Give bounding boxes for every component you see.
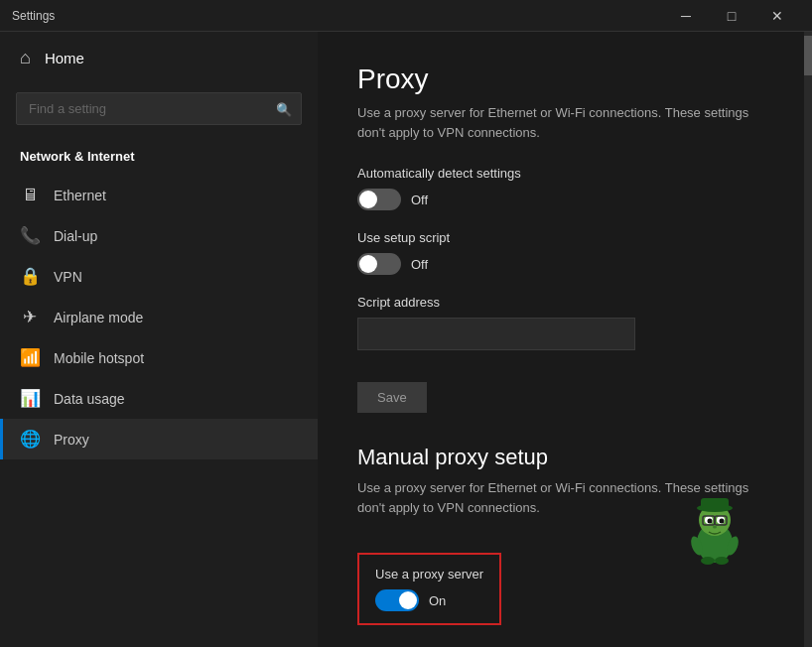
home-icon: ⌂ (20, 48, 31, 68)
sidebar-nav: 🖥 Ethernet 📞 Dial-up 🔒 VPN ✈ Airplane mo… (0, 176, 318, 459)
sidebar-item-dialup[interactable]: 📞 Dial-up (0, 215, 318, 256)
use-proxy-toggle-container: On (375, 589, 483, 611)
sidebar-item-datausage[interactable]: 📊 Data usage (0, 378, 318, 419)
page-title: Proxy (357, 64, 764, 95)
sidebar-item-proxy[interactable]: 🌐 Proxy (0, 419, 318, 459)
script-address-row: Script address (357, 295, 764, 362)
app-body: ⌂ Home 🔍 Network & Internet 🖥 Ethernet 📞… (0, 32, 812, 647)
script-address-input[interactable] (357, 318, 635, 350)
title-bar: Settings ─ □ ✕ (0, 0, 812, 32)
setup-script-toggle[interactable] (357, 253, 401, 275)
minimize-button[interactable]: ─ (663, 0, 709, 32)
setup-script-toggle-knob (359, 255, 377, 273)
mascot-image (685, 498, 744, 568)
ethernet-icon: 🖥 (20, 186, 40, 205)
sidebar-item-airplane[interactable]: ✈ Airplane mode (0, 297, 318, 337)
svg-point-11 (713, 526, 717, 529)
home-label: Home (45, 50, 84, 66)
sidebar-item-ethernet[interactable]: 🖥 Ethernet (0, 176, 318, 215)
sidebar-label-datausage: Data usage (54, 391, 125, 407)
sidebar-item-hotspot[interactable]: 📶 Mobile hotspot (0, 337, 318, 378)
search-icon: 🔍 (276, 101, 292, 116)
app-title: Settings (12, 9, 663, 23)
script-address-label: Script address (357, 295, 764, 310)
use-proxy-toggle-knob (399, 591, 417, 609)
sidebar-label-hotspot: Mobile hotspot (54, 350, 144, 366)
sidebar-label-dialup: Dial-up (54, 228, 97, 244)
maximize-button[interactable]: □ (709, 0, 754, 32)
auto-detect-toggle-container: Off (357, 189, 764, 210)
airplane-icon: ✈ (20, 307, 40, 327)
sidebar-item-vpn[interactable]: 🔒 VPN (0, 256, 318, 297)
auto-detect-row: Automatically detect settings Off (357, 166, 764, 210)
hotspot-icon: 📶 (20, 347, 40, 368)
search-input[interactable] (16, 92, 302, 125)
main-content: Proxy Use a proxy server for Ethernet or… (318, 32, 804, 647)
sidebar-label-vpn: VPN (54, 269, 82, 285)
auto-detect-toggle[interactable] (357, 189, 401, 210)
auto-detect-toggle-knob (359, 191, 377, 208)
auto-detect-state: Off (411, 193, 428, 207)
header-description: Use a proxy server for Ethernet or Wi-Fi… (357, 103, 764, 142)
svg-point-6 (708, 519, 713, 524)
sidebar-label-ethernet: Ethernet (54, 188, 106, 203)
save-button[interactable]: Save (357, 382, 427, 413)
datausage-icon: 📊 (20, 388, 40, 409)
setup-script-state: Off (411, 257, 428, 272)
sidebar-label-proxy: Proxy (54, 432, 89, 448)
home-nav-item[interactable]: ⌂ Home (0, 32, 318, 84)
scrollbar-track (804, 32, 812, 647)
setup-script-label: Use setup script (357, 230, 764, 245)
manual-proxy-heading: Manual proxy setup (357, 445, 764, 470)
scrollbar-thumb[interactable] (804, 36, 812, 75)
sidebar-section-title: Network & Internet (0, 141, 318, 176)
sidebar-label-airplane: Airplane mode (54, 310, 143, 325)
svg-rect-3 (701, 498, 729, 510)
svg-point-7 (720, 519, 725, 524)
use-proxy-label: Use a proxy server (375, 567, 483, 582)
setup-script-toggle-container: Off (357, 253, 764, 275)
use-proxy-toggle[interactable] (375, 589, 419, 611)
setup-script-row: Use setup script Off (357, 230, 764, 275)
use-proxy-state: On (429, 593, 446, 608)
vpn-icon: 🔒 (20, 266, 40, 287)
auto-detect-label: Automatically detect settings (357, 166, 764, 181)
proxy-icon: 🌐 (20, 429, 40, 450)
close-button[interactable]: ✕ (754, 0, 800, 32)
sidebar: ⌂ Home 🔍 Network & Internet 🖥 Ethernet 📞… (0, 32, 318, 647)
svg-point-15 (715, 557, 729, 565)
search-container: 🔍 (16, 92, 302, 125)
window-controls: ─ □ ✕ (663, 0, 800, 32)
proxy-server-box: Use a proxy server On (357, 553, 501, 625)
svg-point-14 (701, 557, 715, 565)
dialup-icon: 📞 (20, 225, 40, 246)
